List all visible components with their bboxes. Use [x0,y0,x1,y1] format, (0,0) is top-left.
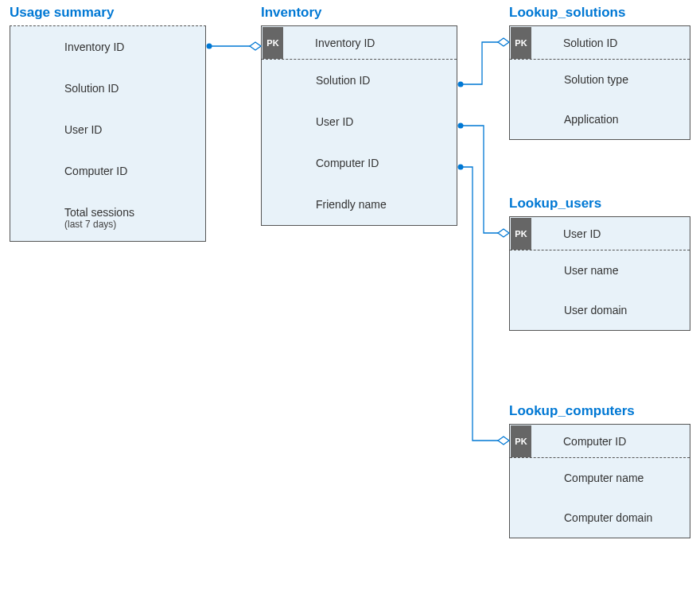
field-inventory-friendly-name: Friendly name [262,184,457,225]
field-solutions-pk: Solution ID [531,37,617,49]
field-inventory-pk: Inventory ID [283,37,375,49]
field-computers-name: Computer name [510,458,690,498]
field-inventory-computer-id: Computer ID [262,142,457,184]
svg-marker-4 [498,38,509,46]
field-users-name: User name [510,250,690,290]
svg-marker-8 [498,437,509,445]
svg-marker-6 [498,229,509,237]
pk-badge-solutions: PK [511,27,531,59]
field-usage-user-id: User ID [10,109,205,150]
pk-row-solutions: PK Solution ID [510,26,690,60]
field-users-domain: User domain [510,290,690,330]
field-usage-computer-id: Computer ID [10,150,205,192]
table-title-inventory: Inventory [261,5,322,21]
table-computers: PK Computer ID Computer name Computer do… [509,424,690,538]
table-title-solutions: Lookup_solutions [509,5,625,21]
table-title-computers: Lookup_computers [509,403,635,419]
table-inventory: PK Inventory ID Solution ID User ID Comp… [261,25,457,226]
field-usage-inventory-id: Inventory ID [10,26,205,68]
pk-row-users: PK User ID [510,217,690,250]
field-solutions-app: Application [510,99,690,139]
field-computers-pk: Computer ID [531,435,626,448]
table-title-usage: Usage summary [10,5,114,21]
table-title-users: Lookup_users [509,196,601,212]
field-inventory-solution-id: Solution ID [262,60,457,101]
pk-badge-users: PK [511,218,531,250]
table-usage: Inventory ID Solution ID User ID Compute… [10,25,206,242]
table-solutions: PK Solution ID Solution type Application [509,25,690,140]
field-inventory-user-id: User ID [262,101,457,142]
field-users-pk: User ID [531,227,601,240]
svg-point-5 [458,123,464,129]
pk-badge-computers: PK [511,425,531,457]
svg-marker-2 [250,42,261,50]
field-usage-total-sessions-sub: (last 7 days) [10,219,205,241]
svg-point-3 [458,82,464,87]
svg-point-0 [207,44,212,49]
field-usage-solution-id: Solution ID [10,68,205,109]
pk-badge-inventory: PK [262,27,283,59]
field-computers-domain: Computer domain [510,498,690,538]
field-solutions-type: Solution type [510,60,690,99]
pk-row-computers: PK Computer ID [510,425,690,458]
svg-point-7 [458,165,464,170]
table-users: PK User ID User name User domain [509,216,690,331]
pk-row-inventory: PK Inventory ID [262,26,457,60]
